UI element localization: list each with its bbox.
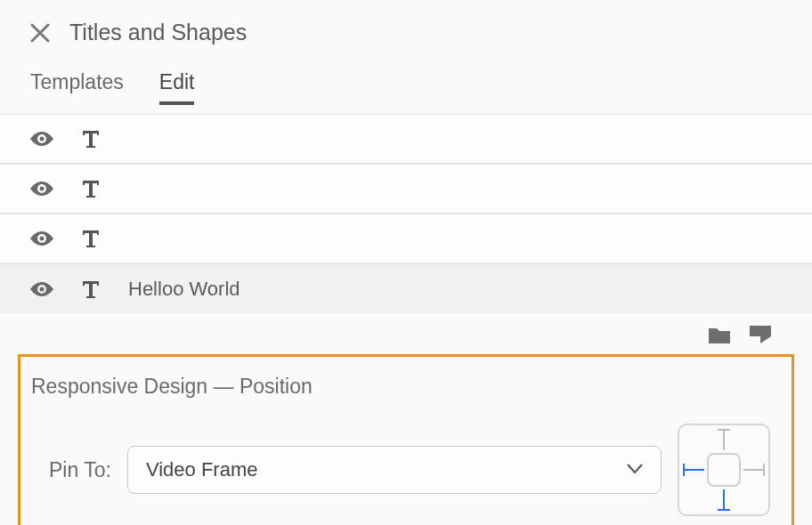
pin-right-cap [763,464,765,476]
svg-point-2 [40,137,45,141]
layer-action-bar [0,313,812,351]
pin-top-icon[interactable] [723,431,725,450]
panel-title: Titles and Shapes [69,20,247,45]
pin-left-cap [683,464,685,476]
pin-to-label: Pin To: [49,458,111,482]
visibility-icon[interactable] [30,231,53,246]
layer-row[interactable] [0,114,812,164]
layer-row[interactable] [0,164,812,214]
section-title: Responsive Design — Position [31,375,770,399]
layer-label: Helloo World [128,278,240,301]
tab-edit[interactable]: Edit [159,70,195,105]
layer-row[interactable]: Helloo World [0,263,812,313]
pin-to-select[interactable]: Video Frame [127,446,662,494]
chevron-down-icon [627,462,643,478]
pin-right-icon[interactable] [743,469,763,471]
responsive-design-section: Responsive Design — Position Pin To: Vid… [18,354,794,525]
new-layer-icon[interactable] [750,326,771,343]
visibility-icon[interactable] [30,282,53,296]
visibility-icon[interactable] [30,182,53,196]
tabs: Templates Edit [0,56,812,105]
pin-bottom-cap [718,509,730,511]
text-icon [80,279,102,300]
pin-row: Pin To: Video Frame [31,424,770,516]
visibility-icon[interactable] [30,132,53,146]
layers-list: Helloo World [0,114,812,313]
pin-left-icon[interactable] [685,469,704,471]
layer-row[interactable] [0,214,812,263]
pin-top-cap [718,429,730,431]
svg-point-4 [40,237,45,241]
pin-bottom-icon[interactable] [723,489,725,509]
close-icon[interactable] [30,23,50,43]
text-icon [80,228,102,249]
svg-point-3 [40,187,45,191]
svg-point-5 [40,287,45,291]
text-icon [80,128,102,149]
titles-and-shapes-panel: Titles and Shapes Templates Edit [0,0,812,525]
new-group-icon[interactable] [709,326,730,343]
tab-templates[interactable]: Templates [30,70,124,105]
panel-header: Titles and Shapes [0,0,812,56]
pin-center-icon [707,453,741,487]
text-icon [80,178,102,199]
svg-rect-6 [750,326,771,336]
pin-direction-widget[interactable] [678,424,770,516]
pin-to-select-value: Video Frame [146,458,258,481]
